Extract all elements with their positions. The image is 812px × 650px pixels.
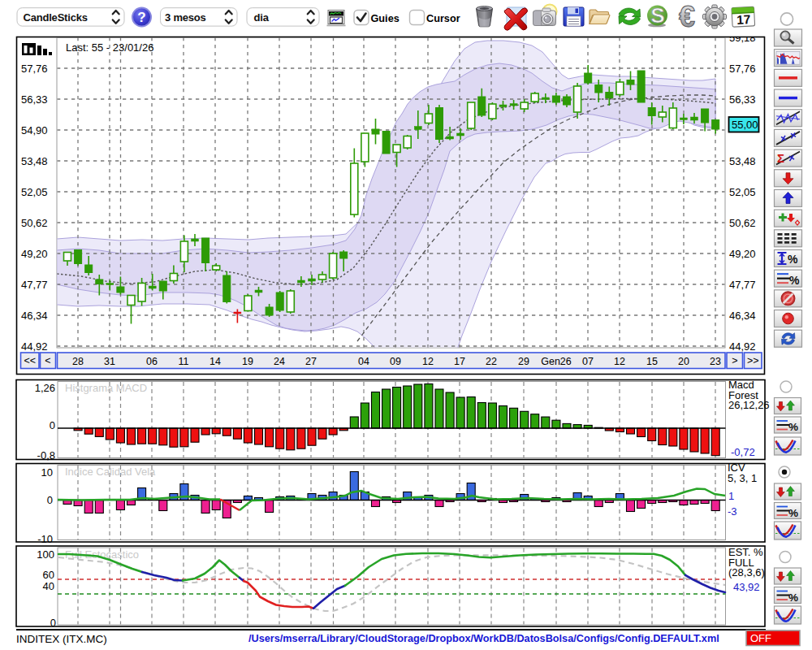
svg-text:Histgrama MACD: Histgrama MACD bbox=[65, 382, 147, 394]
svg-text:07: 07 bbox=[582, 356, 594, 367]
svg-text:56,33: 56,33 bbox=[729, 93, 756, 106]
svg-text:29: 29 bbox=[518, 356, 529, 367]
svg-text:1: 1 bbox=[728, 490, 734, 502]
svg-text:14: 14 bbox=[209, 356, 221, 367]
svg-text:dia: dia bbox=[254, 11, 270, 24]
svg-text:50,62: 50,62 bbox=[21, 217, 48, 229]
svg-text:22: 22 bbox=[486, 356, 497, 367]
svg-text:17: 17 bbox=[454, 356, 465, 367]
svg-text:31: 31 bbox=[104, 356, 115, 367]
svg-text:46,34: 46,34 bbox=[21, 310, 48, 322]
svg-text:%: % bbox=[788, 592, 798, 604]
svg-text:24: 24 bbox=[274, 356, 285, 367]
svg-text:28: 28 bbox=[72, 356, 84, 367]
svg-text:52,05: 52,05 bbox=[21, 186, 48, 198]
svg-text:27: 27 bbox=[305, 356, 317, 367]
svg-text:40: 40 bbox=[43, 580, 54, 592]
svg-text:INDITEX (ITX.MC): INDITEX (ITX.MC) bbox=[16, 633, 107, 645]
svg-text:19: 19 bbox=[242, 356, 253, 367]
svg-text:-3: -3 bbox=[728, 505, 737, 518]
svg-text:12: 12 bbox=[422, 356, 434, 367]
svg-text:-0,8: -0,8 bbox=[37, 449, 55, 462]
svg-text:<<: << bbox=[24, 355, 36, 366]
svg-text:%: % bbox=[788, 507, 798, 519]
svg-text:06: 06 bbox=[146, 356, 158, 367]
svg-text:Guies: Guies bbox=[371, 13, 400, 24]
svg-text:>: > bbox=[732, 355, 737, 366]
svg-text:CandleSticks: CandleSticks bbox=[24, 11, 88, 24]
svg-text:%: % bbox=[789, 274, 800, 287]
svg-text:53,48: 53,48 bbox=[729, 155, 756, 167]
svg-text:53,48: 53,48 bbox=[21, 155, 48, 167]
svg-text:47,77: 47,77 bbox=[729, 279, 756, 291]
svg-text:54,90: 54,90 bbox=[21, 124, 48, 136]
svg-text:S: S bbox=[650, 3, 664, 28]
svg-text:44,92: 44,92 bbox=[21, 340, 48, 353]
svg-text:3 mesos: 3 mesos bbox=[165, 11, 206, 24]
svg-text:17: 17 bbox=[736, 12, 751, 27]
svg-text:23: 23 bbox=[710, 356, 721, 367]
svg-text:100: 100 bbox=[37, 548, 54, 561]
svg-text:49,20: 49,20 bbox=[729, 248, 756, 260]
svg-text:€: € bbox=[679, 0, 695, 33]
svg-text:57,76: 57,76 bbox=[729, 63, 756, 75]
svg-text:04: 04 bbox=[358, 356, 369, 367]
svg-text:46,34: 46,34 bbox=[729, 310, 756, 322]
svg-text:11: 11 bbox=[179, 356, 189, 367]
svg-text:55,00: 55,00 bbox=[732, 119, 758, 131]
svg-text:0: 0 bbox=[50, 419, 55, 431]
svg-text:0: 0 bbox=[47, 494, 53, 506]
svg-text:50,62: 50,62 bbox=[729, 217, 756, 229]
svg-text:>>: >> bbox=[747, 355, 759, 366]
svg-text:09: 09 bbox=[390, 356, 401, 367]
svg-text:60: 60 bbox=[43, 569, 54, 581]
svg-text:(28,3,6): (28,3,6) bbox=[728, 566, 765, 578]
svg-text:Gen26: Gen26 bbox=[541, 356, 572, 367]
svg-text:44,92: 44,92 bbox=[729, 340, 756, 353]
svg-text:12: 12 bbox=[614, 356, 625, 367]
svg-text:47,77: 47,77 bbox=[21, 279, 48, 291]
svg-text:%: % bbox=[788, 253, 798, 266]
svg-text:?: ? bbox=[137, 10, 145, 25]
svg-text:Σ: Σ bbox=[777, 151, 784, 165]
svg-text:Indice Calidad Vela: Indice Calidad Vela bbox=[65, 466, 156, 478]
svg-text:<: < bbox=[45, 355, 50, 366]
svg-text:%: % bbox=[788, 421, 798, 433]
svg-text:43,92: 43,92 bbox=[733, 581, 760, 593]
svg-text:5, 3, 1: 5, 3, 1 bbox=[728, 472, 757, 484]
svg-text:26,12,26: 26,12,26 bbox=[728, 399, 770, 411]
svg-text:OFF: OFF bbox=[750, 632, 771, 644]
svg-text:52,05: 52,05 bbox=[729, 186, 756, 198]
svg-text:Last: 55 - 23/01/26: Last: 55 - 23/01/26 bbox=[66, 41, 153, 54]
svg-text:20: 20 bbox=[678, 356, 689, 367]
svg-text:15: 15 bbox=[646, 356, 658, 367]
svg-text:-10: -10 bbox=[37, 533, 53, 545]
svg-text:Cursor: Cursor bbox=[426, 13, 460, 24]
svg-text:0: 0 bbox=[50, 617, 56, 629]
svg-text:/Users/mserra/Library/CloudSto: /Users/mserra/Library/CloudStorage/Dropb… bbox=[248, 633, 719, 644]
svg-text:49,20: 49,20 bbox=[21, 248, 48, 260]
svg-text:56,33: 56,33 bbox=[21, 93, 48, 106]
svg-text:10: 10 bbox=[41, 466, 53, 479]
svg-text:-0,72: -0,72 bbox=[731, 446, 755, 458]
svg-text:57,76: 57,76 bbox=[21, 63, 48, 75]
svg-text:1,26: 1,26 bbox=[35, 382, 55, 394]
